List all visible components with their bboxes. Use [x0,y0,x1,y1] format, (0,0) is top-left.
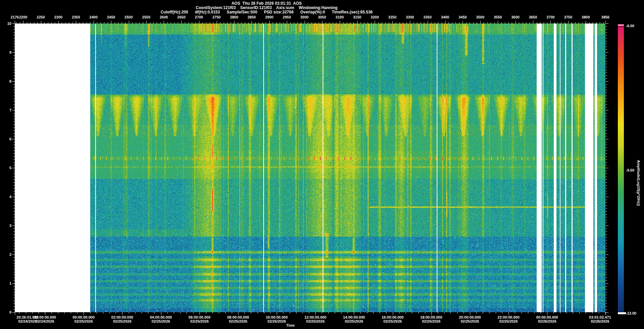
left-tick-label: 6 [0,137,11,141]
top-tick-label: 2900 [265,15,273,19]
top-tick-label: 3000 [300,15,308,19]
left-tick-label: 7 [0,108,11,112]
top-tick-label: 2450 [107,15,115,19]
spectrogram-canvas[interactable] [15,23,605,312]
top-tick-label: 2176 [11,15,19,19]
top-tick-label: 2850 [248,15,256,19]
bottom-tick-label: 08:00:00.00002/25/2026 [227,315,249,323]
top-tick-label: 2500 [124,15,132,19]
top-tick-label: 3100 [335,15,343,19]
top-tick-label: 3856 [601,15,609,19]
bottom-tick-label: 22:00:00.00002/25/2026 [497,315,519,323]
bottom-tick-label: 14:00:00.00002/25/2026 [343,315,365,323]
top-tick-label: 2700 [195,15,203,19]
top-tick-label: 2800 [230,15,238,19]
left-tick-label: 2 [0,252,11,256]
top-tick-label: 3450 [459,15,467,19]
left-tick-label: 9 [0,50,11,54]
top-tick-label: 3200 [371,15,379,19]
bottom-tick-label: 20:00:00.00002/25/2026 [459,315,481,323]
header-title: AOS Thu 26 Feb 2026 03:01:31 AOS [231,1,302,6]
top-tick-label: 3400 [441,15,449,19]
bottom-tick-label: 00:00:00.00002/26/2026 [536,315,558,323]
top-tick-label: 2250 [37,15,45,19]
left-tick-label: 4 [0,195,11,199]
top-tick-label: 2200 [19,15,27,19]
top-tick-label: 3750 [564,15,572,19]
bottom-tick-label: 22:00:00.00002/24/2026 [34,315,56,323]
top-tick-label: 3350 [423,15,431,19]
top-tick-label: 2600 [160,15,168,19]
left-tick-label: 5 [0,166,11,170]
colorbar-title: Amplitude(Log10(g^2/Hz)) [637,160,641,206]
bottom-tick-label: 03:01:02.47102/26/2026 [589,315,611,323]
left-tick-label: 8 [0,79,11,83]
top-tick-label: 2550 [142,15,150,19]
bottom-tick-label: 06:00:00.00002/25/2026 [189,315,210,323]
bottom-tick-label: 00:00:00.00002/25/2026 [73,315,95,323]
top-tick-label: 2750 [212,15,220,19]
top-tick-label: 2650 [177,15,185,19]
left-tick-label: 10 [0,21,11,26]
colorbar-max-label: -6.00 [626,24,634,28]
header-params-2: Cutoff(Hz):200 df(Hz):0.0153 Sample/Sec:… [161,10,373,14]
top-tick-label: 3700 [546,15,554,19]
bottom-tick-label: 10:00:00.00002/25/2026 [266,315,287,323]
colorbar-mid-label: -9.50 [626,168,634,172]
bottom-tick-label: 12:00:00.00002/25/2026 [305,315,326,323]
top-tick-label: 3500 [476,15,484,19]
top-tick-label: 3600 [511,15,519,19]
top-tick-label: 2350 [72,15,80,19]
top-tick-label: 3250 [388,15,396,19]
top-tick-label: 2950 [283,15,291,19]
left-tick-label: 3 [0,224,11,228]
top-tick-label: 2400 [90,15,98,19]
top-tick-label: 2300 [54,15,62,19]
colorbar-min-label: -13.00 [626,311,636,315]
left-tick-label: 1 [0,281,11,285]
bottom-tick-label: 02:00:00.00002/25/2026 [111,315,133,323]
bottom-tick-label: 18:00:00.00002/25/2026 [420,315,442,323]
header-params-1: CoordSystem:121f03 SensorID:121f03 Axis:… [196,5,338,10]
bottom-tick-label: 04:00:00.00002/25/2026 [150,315,172,323]
left-tick-label: 0 [0,310,11,314]
top-tick-label: 3300 [406,15,414,19]
top-tick-label: 3800 [582,15,590,19]
bottom-tick-label: 16:00:00.00002/25/2026 [382,315,404,323]
x-axis-title: Time [286,323,294,327]
top-tick-label: 3150 [353,15,361,19]
top-tick-label: 3550 [494,15,502,19]
top-tick-label: 3050 [318,15,326,19]
top-tick-label: 3650 [529,15,537,19]
